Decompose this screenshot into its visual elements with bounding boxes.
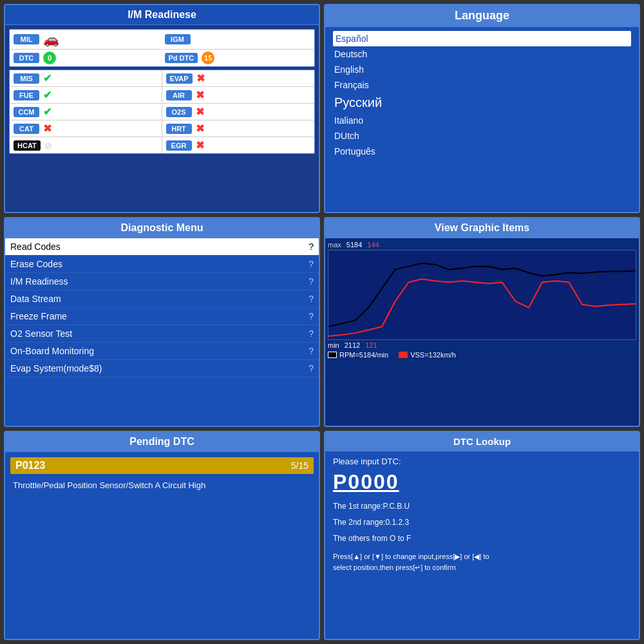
dtc-badge: 0 xyxy=(43,52,56,64)
im-cell-fue: FUE ✔ xyxy=(10,87,162,104)
rpm-max-value: 5184 xyxy=(346,241,362,249)
im-cell-cat: CAT ✖ xyxy=(10,120,162,137)
menu-item-question: ? xyxy=(308,259,314,269)
hrt-status: ✖ xyxy=(196,122,204,135)
air-label: AIR xyxy=(166,90,192,100)
o2s-status: ✖ xyxy=(196,106,204,118)
menu-item-question: ? xyxy=(308,242,314,252)
im-mil-label: MIL xyxy=(14,34,39,44)
im-bottom-grid: MIS ✔ EVAP ✖ FUE ✔ AIR ✖ CCM ✔ xyxy=(9,70,315,154)
lang-item-portugues[interactable]: Português xyxy=(333,144,631,159)
vss-legend-box xyxy=(399,352,408,358)
im-row-mil-igm: MIL 🚗 IGM Spark xyxy=(10,30,314,50)
im-cell-mis: MIS ✔ xyxy=(10,70,162,87)
im-dtc-label: DTC xyxy=(14,53,39,63)
vss-max-value: 144 xyxy=(367,241,379,249)
menu-item-evap[interactable]: Evap System(mode$8) ? xyxy=(5,360,319,377)
air-status: ✖ xyxy=(196,89,204,101)
dtc-lookup-title: DTC Lookup xyxy=(325,432,639,451)
menu-item-label: On-Board Monitoring xyxy=(10,346,94,356)
diagnostic-menu-title: Diagnostic Menu xyxy=(5,218,319,238)
im-row-dtc: DTC 0 Pd DTC 15 xyxy=(10,50,314,66)
menu-item-question: ? xyxy=(308,294,314,304)
dtc-input-value[interactable]: P0000 xyxy=(333,470,631,494)
language-panel: Language Español Deutsch English Françai… xyxy=(324,4,640,213)
graphic-labels-bottom: min 2112 121 xyxy=(328,341,636,349)
language-list: Español Deutsch English Français Русский… xyxy=(328,30,636,160)
pending-dtc-content: P0123 5/15 Throttle/Pedal Position Senso… xyxy=(5,452,319,639)
pending-dtc-title: Pending DTC xyxy=(5,432,319,452)
im-readiness-title: I/M Readinese xyxy=(5,5,319,25)
rpm-min-value: 2112 xyxy=(345,341,360,349)
view-graphic-panel: View Graphic Items max 5184 144 min 2112… xyxy=(324,217,640,426)
graphic-labels-top: max 5184 144 xyxy=(328,241,636,249)
lang-item-italiano[interactable]: Italiano xyxy=(333,113,631,128)
dtc-hint-1: The 1st range:P.C.B.U xyxy=(333,500,631,513)
im-cell-ccm: CCM ✔ xyxy=(10,104,162,120)
im-cell-air: AIR ✖ xyxy=(162,87,315,104)
lang-item-francais[interactable]: Français xyxy=(333,77,631,93)
im-cell-egr: EGR ✖ xyxy=(162,137,315,153)
dtc-lookup-content: Please input DTC: P0000 The 1st range:P.… xyxy=(325,451,639,639)
dtc-lookup-panel: DTC Lookup Please input DTC: P0000 The 1… xyxy=(324,431,640,640)
menu-item-label: Freeze Frame xyxy=(10,311,67,321)
im-cell-hrt: HRT ✖ xyxy=(162,120,315,137)
dtc-code-value: P0123 xyxy=(15,460,45,471)
max-label: max xyxy=(328,241,341,249)
ccm-status: ✔ xyxy=(43,106,52,118)
lang-item-dutch[interactable]: DUtch xyxy=(333,128,631,144)
dtc-input-label: Please input DTC: xyxy=(333,457,631,466)
menu-item-question: ? xyxy=(308,363,314,374)
im-mil-left: MIL 🚗 xyxy=(14,32,160,47)
vss-line xyxy=(328,279,636,337)
dtc-hint-3: The others from O to F xyxy=(333,533,631,545)
menu-item-label: Read Codes xyxy=(10,242,61,252)
diagnostic-menu-panel: Diagnostic Menu Read Codes ? Erase Codes… xyxy=(4,217,320,426)
diagnostic-menu-content: Read Codes ? Erase Codes ? I/M Readiness… xyxy=(5,238,319,425)
hcat-label: HCAT xyxy=(14,140,41,151)
view-graphic-title: View Graphic Items xyxy=(325,218,639,238)
im-igm-right: IGM Spark xyxy=(165,34,311,44)
mis-label: MIS xyxy=(14,73,39,84)
im-pddtc-label: Pd DTC xyxy=(165,53,198,63)
view-graphic-content: max 5184 144 min 2112 121 RPM=5184/min xyxy=(325,238,639,425)
menu-item-label: Evap System(mode$8) xyxy=(10,363,102,374)
cat-label: CAT xyxy=(14,124,39,134)
menu-item-o2-sensor[interactable]: O2 Sensor Test ? xyxy=(5,325,319,343)
evap-label: EVAP xyxy=(166,73,193,84)
menu-item-label: O2 Sensor Test xyxy=(10,328,72,339)
fue-status: ✔ xyxy=(43,89,52,101)
dtc-description: Throttle/Pedal Position Sensor/Switch A … xyxy=(8,477,316,494)
im-pddtc-right: Pd DTC 15 xyxy=(165,52,311,64)
hcat-status: ⊘ xyxy=(44,140,52,151)
vss-legend-label: VSS=132km/h xyxy=(410,351,456,359)
language-content: Español Deutsch English Français Русский… xyxy=(325,27,639,212)
menu-item-data-stream[interactable]: Data Stream ? xyxy=(5,290,319,308)
graphic-legend: RPM=5184/min VSS=132km/h xyxy=(328,351,636,359)
fue-label: FUE xyxy=(14,90,39,100)
im-cell-hcat: HCAT ⊘ xyxy=(10,137,162,153)
rpm-legend-label: RPM=5184/min xyxy=(339,351,388,359)
menu-item-im-readiness[interactable]: I/M Readiness ? xyxy=(5,273,319,290)
min-label: min xyxy=(328,341,339,349)
menu-item-erase-codes[interactable]: Erase Codes ? xyxy=(5,256,319,273)
menu-item-label: Data Stream xyxy=(10,294,61,304)
im-dtc-left: DTC 0 xyxy=(14,52,160,64)
menu-item-read-codes[interactable]: Read Codes ? xyxy=(5,238,319,256)
im-top-section: MIL 🚗 IGM Spark DTC 0 Pd DTC 15 xyxy=(9,29,315,67)
lang-item-espanol[interactable]: Español xyxy=(333,31,631,46)
menu-item-onboard[interactable]: On-Board Monitoring ? xyxy=(5,343,319,360)
lang-item-russian[interactable]: Русский xyxy=(333,93,631,113)
lang-item-deutsch[interactable]: Deutsch xyxy=(333,46,631,62)
mis-status: ✔ xyxy=(43,72,52,84)
menu-item-question: ? xyxy=(308,346,314,356)
menu-item-question: ? xyxy=(308,276,314,287)
engine-icon: 🚗 xyxy=(43,32,59,47)
menu-item-label: I/M Readiness xyxy=(10,276,68,287)
im-igm-value: Spark xyxy=(194,35,214,44)
lang-item-english[interactable]: English xyxy=(333,62,631,77)
legend-rpm: RPM=5184/min xyxy=(328,351,388,359)
rpm-legend-box xyxy=(328,352,337,358)
menu-item-freeze-frame[interactable]: Freeze Frame ? xyxy=(5,308,319,325)
chart-svg xyxy=(328,251,636,339)
